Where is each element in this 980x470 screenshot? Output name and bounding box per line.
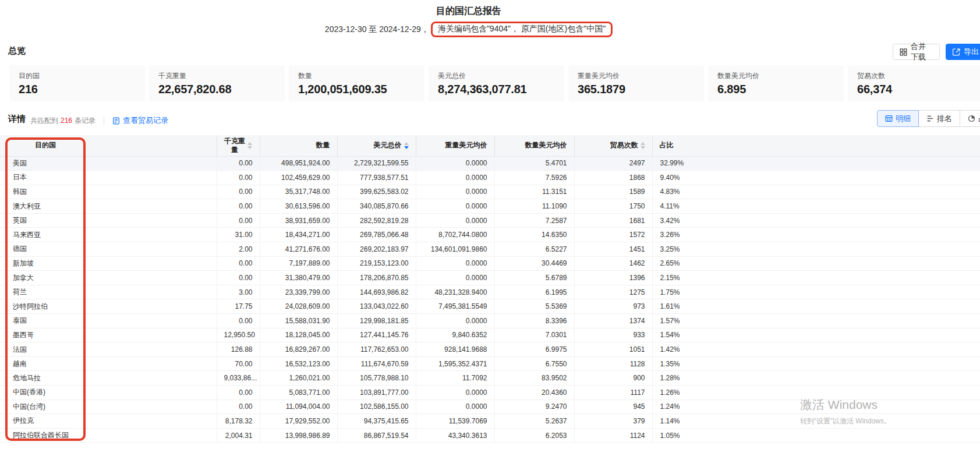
country-cell: 阿拉伯联合酋长国	[0, 428, 217, 443]
value-cell: 13,998,986.89	[260, 428, 337, 443]
column-header-1[interactable]: 千克重量	[217, 135, 260, 156]
value-cell: 11.1090	[494, 199, 574, 214]
date-range: 2023-12-30 至 2024-12-29，	[325, 24, 429, 35]
value-cell: 1750	[574, 199, 652, 214]
table-row[interactable]: 加拿大0.0031,380,479.00178,206,870.850.0000…	[0, 271, 980, 285]
sort-carets-icon[interactable]	[247, 142, 252, 149]
country-cell: 墨西哥	[0, 328, 217, 342]
overview-card-0: 目的国216	[9, 65, 145, 101]
tab-排名[interactable]: 排名	[918, 110, 960, 127]
value-cell: 973	[574, 299, 652, 314]
table-row[interactable]: 伊拉克8,178.3217,929,552.0094,375,415.6511,…	[0, 414, 980, 429]
table-row[interactable]: 沙特阿拉伯17.7524,028,609.00133,043,022.607,4…	[0, 299, 980, 314]
table-row[interactable]: 马来西亚31.0018,434,271.00269,785,066.488,70…	[0, 228, 980, 242]
table-row[interactable]: 阿拉伯联合酋长国2,004.3113,998,986.8986,867,519.…	[0, 428, 980, 443]
table-row[interactable]: 中国(台湾)0.0011,094,004.00102,586,155.000.0…	[0, 400, 980, 414]
value-cell: 1.42%	[652, 342, 980, 357]
table-row[interactable]: 危地马拉9,033,86...1,260,021.00105,778,988.1…	[0, 371, 980, 386]
value-cell: 0.0000	[416, 400, 494, 414]
country-cell: 越南	[0, 356, 217, 371]
value-cell: 6.7550	[494, 356, 574, 371]
value-cell: 17.75	[217, 299, 260, 314]
table-row[interactable]: 越南70.0016,532,123.00111,674,670.591,595,…	[0, 356, 980, 371]
value-cell: 0.00	[217, 156, 260, 171]
value-cell: 11.7092	[416, 371, 494, 386]
column-header-3[interactable]: 美元总价	[337, 135, 416, 156]
merge-download-button[interactable]: 合并下载	[893, 44, 940, 60]
detail-meta: 共匹配到 216 条记录 查看贸易记录	[30, 115, 168, 126]
country-cell: 泰国	[0, 314, 217, 328]
table-row[interactable]: 英国0.0038,931,659.00282,592,819.280.00007…	[0, 213, 980, 228]
value-cell: 1462	[574, 256, 652, 271]
card-label: 美元总价	[438, 71, 555, 81]
filter-annotation-text: 海关编码包含"9404"， 原产国(地区)包含"中国"	[438, 24, 606, 33]
value-cell: 4.83%	[652, 185, 980, 199]
value-cell: 1.05%	[652, 428, 980, 443]
value-cell: 1374	[574, 314, 652, 328]
table-row[interactable]: 中国(香港)0.005,083,771.00103,891,777.000.00…	[0, 386, 980, 400]
value-cell: 32.99%	[652, 156, 980, 171]
value-cell: 0.0000	[416, 156, 494, 171]
value-cell: 8,702,744.0800	[416, 228, 494, 242]
sort-carets-icon[interactable]	[641, 142, 645, 149]
tab-明细[interactable]: 明细	[877, 110, 919, 127]
value-cell: 2,004.31	[217, 428, 260, 443]
overview-card-3: 美元总价8,274,363,077.81	[429, 65, 564, 101]
country-cell: 日本	[0, 171, 217, 185]
value-cell: 0.00	[217, 400, 260, 414]
table-row[interactable]: 澳大利亚0.0030,613,596.00340,085,870.660.000…	[0, 199, 980, 214]
value-cell: 0.0000	[416, 271, 494, 285]
export-button[interactable]: 导出	[946, 44, 980, 60]
value-cell: 126.88	[217, 342, 260, 357]
value-cell: 1.61%	[652, 299, 980, 314]
column-label: 重量美元均价	[445, 140, 487, 150]
table-row[interactable]: 日本0.00102,459,629.00777,938,577.510.0000…	[0, 171, 980, 185]
card-label: 贸易次数	[857, 71, 974, 81]
value-cell: 11,539.7069	[416, 414, 494, 429]
value-cell: 0.0000	[416, 185, 494, 199]
value-cell: 117,762,653.00	[337, 342, 416, 357]
table-row[interactable]: 墨西哥12,950.5018,128,045.00127,441,145.769…	[0, 328, 980, 342]
value-cell: 17,929,552.00	[260, 414, 337, 429]
value-cell: 340,085,870.66	[337, 199, 416, 214]
value-cell: 0.0000	[416, 314, 494, 328]
value-cell: 1.35%	[652, 356, 980, 371]
value-cell: 14.6350	[494, 228, 574, 242]
table-row[interactable]: 韩国0.0035,317,748.00399,625,583.020.00001…	[0, 185, 980, 199]
value-cell: 7,495,381.5549	[416, 299, 494, 314]
value-cell: 945	[574, 400, 652, 414]
value-cell: 6.5227	[494, 242, 574, 257]
column-header-6[interactable]: 贸易次数	[574, 135, 652, 156]
value-cell: 8.3396	[494, 314, 574, 328]
view-trade-records-link[interactable]: 查看贸易记录	[112, 115, 168, 126]
country-cell: 中国(香港)	[0, 386, 217, 400]
value-cell: 105,778,988.10	[337, 371, 416, 386]
table-row[interactable]: 荷兰3.0023,339,799.00144,693,986.8248,231,…	[0, 285, 980, 299]
country-cell: 美国	[0, 156, 217, 171]
tab-占比[interactable]: 占比	[960, 110, 980, 127]
table-row[interactable]: 德国2.0041,271,676.00269,202,183.97134,601…	[0, 242, 980, 257]
overview-heading: 总览	[8, 45, 26, 56]
column-header-7: 占比	[652, 135, 980, 156]
table-row[interactable]: 美国0.00498,951,924.002,729,321,599.550.00…	[0, 156, 980, 171]
value-cell: 219,153,123.00	[337, 256, 416, 271]
value-cell: 18,128,045.00	[260, 328, 337, 342]
column-header-5: 数量美元均价	[494, 135, 574, 156]
table-row[interactable]: 泰国0.0015,588,031.90129,998,181.850.00008…	[0, 314, 980, 328]
value-cell: 15,588,031.90	[260, 314, 337, 328]
overview-card-5: 数量美元均价6.895	[708, 65, 844, 101]
table-row[interactable]: 法国126.8816,829,267.00117,762,653.00928,1…	[0, 342, 980, 357]
value-cell: 70.00	[217, 356, 260, 371]
card-value: 8,274,363,077.81	[438, 83, 555, 96]
value-cell: 16,829,267.00	[260, 342, 337, 357]
value-cell: 86,867,519.54	[337, 428, 416, 443]
value-cell: 178,206,870.85	[337, 271, 416, 285]
filter-annotation-box: 海关编码包含"9404"， 原产国(地区)包含"中国"	[431, 22, 613, 37]
overview-card-4: 重量美元均价365.1879	[568, 65, 704, 101]
table-row[interactable]: 新加坡0.007,197,889.00219,153,123.000.00003…	[0, 256, 980, 271]
country-cell: 荷兰	[0, 285, 217, 299]
value-cell: 0.00	[217, 271, 260, 285]
sort-carets-icon[interactable]	[404, 142, 409, 149]
value-cell: 3.25%	[652, 242, 980, 257]
merge-download-label: 合并下载	[911, 41, 933, 62]
